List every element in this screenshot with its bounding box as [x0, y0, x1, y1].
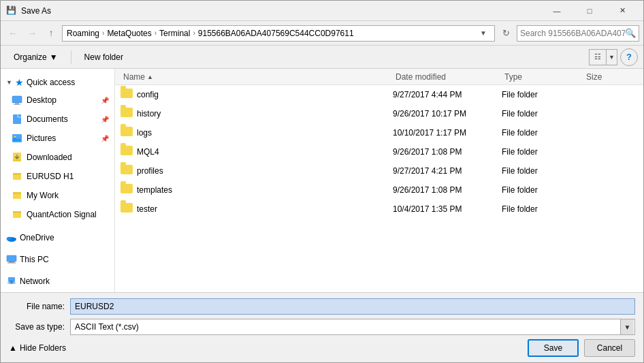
sidebar-item-downloaded[interactable]: Downloaded [1, 148, 114, 167]
save-label: Save [544, 343, 562, 353]
search-input[interactable] [520, 29, 625, 38]
sidebar-item-pictures[interactable]: Pictures 📌 [1, 129, 114, 148]
organize-button[interactable]: Organize ▼ [6, 48, 65, 66]
new-folder-label: New folder [84, 52, 123, 62]
file-date-0: 9/27/2017 4:44 PM [393, 90, 502, 99]
filename-input[interactable] [70, 298, 635, 315]
sidebar-item-downloaded-label: Downloaded [27, 153, 109, 162]
table-row[interactable]: logs 10/10/2017 1:17 PM File folder [115, 123, 643, 142]
svg-point-12 [11, 238, 16, 241]
refresh-button[interactable]: ↻ [498, 25, 514, 42]
toolbar-separator [71, 50, 71, 64]
file-list-container: Name ▲ Date modified Type Size config 9/… [115, 69, 643, 292]
view-toggle: ☷ ▼ [589, 49, 617, 65]
sort-arrow-name: ▲ [147, 74, 153, 80]
folder-icon [120, 184, 133, 196]
file-name-0: config [137, 90, 393, 99]
organize-label: Organize [14, 52, 47, 62]
col-type[interactable]: Type [502, 72, 583, 82]
pin-icon-documents: 📌 [101, 116, 109, 123]
path-segment-1: Roaming [67, 29, 99, 38]
path-sep-3: › [193, 29, 195, 37]
path-dropdown-arrow[interactable]: ▼ [477, 29, 490, 37]
quick-access-label: Quick access [27, 78, 75, 87]
path-sep-1: › [102, 29, 104, 37]
col-size[interactable]: Size [583, 72, 638, 82]
view-toggle-icon-button[interactable]: ☷ [590, 50, 606, 65]
folder-icon [120, 146, 133, 158]
col-date[interactable]: Date modified [393, 72, 502, 82]
folder-icon [120, 127, 133, 139]
sidebar-item-mywork[interactable]: My Work [1, 186, 114, 205]
thispc-header[interactable]: This PC [1, 251, 114, 268]
savetype-label: Save as type: [9, 322, 70, 332]
sidebar-item-eurusd[interactable]: EURUSD H1 [1, 167, 114, 186]
table-row[interactable]: MQL4 9/26/2017 1:08 PM File folder [115, 142, 643, 161]
search-icon[interactable]: 🔍 [625, 28, 636, 38]
address-path[interactable]: Roaming › MetaQuotes › Terminal › 915566… [62, 25, 495, 42]
table-row[interactable]: profiles 9/27/2017 4:21 PM File folder [115, 161, 643, 180]
file-date-3: 9/26/2017 1:08 PM [393, 147, 502, 157]
svg-rect-1 [15, 103, 19, 104]
file-list-header: Name ▲ Date modified Type Size [115, 69, 643, 85]
toolbar-right: ☷ ▼ ? [589, 48, 638, 66]
cancel-button[interactable]: Cancel [584, 339, 635, 357]
help-button[interactable]: ? [620, 48, 638, 66]
new-folder-button[interactable]: New folder [77, 48, 131, 66]
table-row[interactable]: history 9/26/2017 10:17 PM File folder [115, 104, 643, 123]
folder-icon [120, 108, 133, 120]
sidebar-item-quantaction[interactable]: QuantAction Signal [1, 205, 114, 224]
network-header[interactable]: Network [1, 273, 114, 289]
col-name[interactable]: Name ▲ [120, 72, 393, 82]
hide-folders-label: Hide Folders [20, 343, 66, 353]
savetype-dropdown-arrow[interactable]: ▼ [620, 319, 634, 334]
back-button[interactable]: ← [5, 25, 21, 42]
network-section: Network [1, 270, 114, 292]
sidebar-item-desktop[interactable]: Desktop 📌 [1, 91, 114, 110]
folder-icon [120, 203, 133, 215]
minimize-button[interactable]: ― [541, 1, 573, 21]
sidebar: ▼ ★ Quick access Desktop 📌 Documents [1, 69, 115, 292]
thispc-icon [6, 255, 17, 264]
forward-button[interactable]: → [24, 25, 40, 42]
thispc-label: This PC [20, 255, 49, 264]
toolbar: Organize ▼ New folder ☷ ▼ ? [1, 46, 643, 69]
quick-access-section: ▼ ★ Quick access Desktop 📌 Documents [1, 72, 114, 227]
file-list: config 9/27/2017 4:44 PM File folder his… [115, 85, 643, 292]
table-row[interactable]: config 9/27/2017 4:44 PM File folder [115, 85, 643, 104]
chevron-down-icon: ▲ [9, 343, 17, 353]
table-row[interactable]: templates 9/26/2017 1:08 PM File folder [115, 180, 643, 200]
action-row: ▲ Hide Folders Save Cancel [9, 339, 635, 357]
sidebar-item-mywork-label: My Work [27, 191, 109, 200]
file-date-4: 9/27/2017 4:21 PM [393, 166, 502, 176]
table-row[interactable]: tester 10/4/2017 1:35 PM File folder [115, 200, 643, 219]
sidebar-item-documents[interactable]: Documents 📌 [1, 110, 114, 129]
thispc-section: This PC [1, 249, 114, 270]
col-type-label: Type [504, 72, 522, 82]
mywork-icon [12, 190, 22, 201]
hide-folders-button[interactable]: ▲ Hide Folders [9, 343, 66, 353]
svg-rect-14 [9, 262, 14, 263]
view-toggle-arrow-button[interactable]: ▼ [606, 50, 617, 65]
network-label: Network [20, 277, 50, 286]
filename-row: File name: [9, 298, 635, 315]
folder-icon [120, 165, 133, 177]
file-name-3: MQL4 [137, 147, 393, 157]
file-type-2: File folder [502, 128, 583, 138]
col-name-label: Name [123, 72, 145, 82]
onedrive-header[interactable]: OneDrive [1, 230, 114, 246]
desktop-icon [12, 95, 22, 106]
pin-icon-desktop: 📌 [101, 97, 109, 104]
downloaded-icon [12, 152, 22, 163]
folder-icon [120, 89, 133, 101]
file-name-6: tester [137, 204, 393, 214]
pin-icon-pictures: 📌 [101, 135, 109, 142]
close-button[interactable]: ✕ [607, 1, 638, 21]
maximize-button[interactable]: □ [574, 1, 605, 21]
savetype-select[interactable]: ASCII Text (*.csv) ▼ [70, 319, 635, 335]
save-button[interactable]: Save [528, 339, 579, 357]
file-date-2: 10/10/2017 1:17 PM [393, 128, 502, 138]
quick-access-header[interactable]: ▼ ★ Quick access [1, 74, 114, 91]
search-box: 🔍 [517, 25, 639, 42]
up-button[interactable]: ↑ [43, 25, 59, 42]
